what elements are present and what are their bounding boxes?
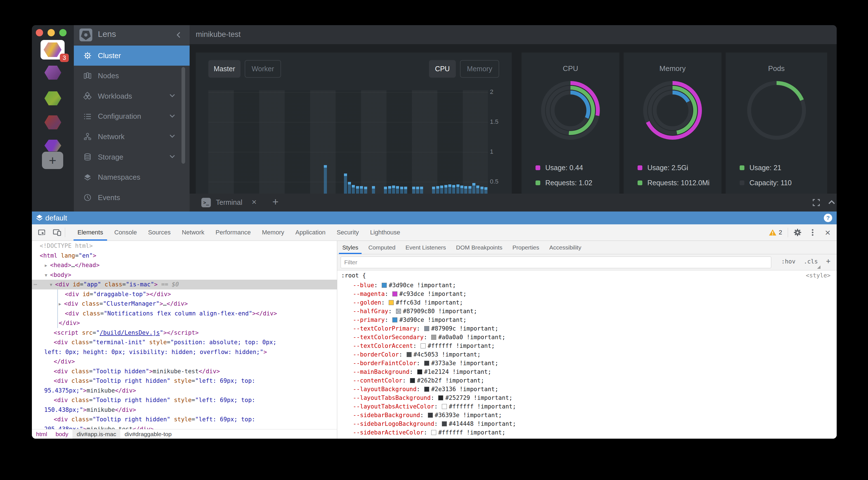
- tab-console[interactable]: Console: [109, 225, 143, 241]
- settings-gear-icon[interactable]: [793, 228, 803, 238]
- sidebar-item-nodes[interactable]: Nodes: [74, 66, 190, 86]
- css-variable-row[interactable]: --blue: #3d90ce !important;: [353, 281, 456, 290]
- css-variable-row[interactable]: --sidebarLogoBackground: #414448 !import…: [353, 420, 516, 428]
- device-toolbar-icon[interactable]: [52, 228, 62, 238]
- dom-tree-line[interactable]: <div class="Notifications flex column al…: [32, 309, 337, 318]
- css-variable-row[interactable]: --mainBackground: #1e2124 !important;: [353, 368, 491, 376]
- dom-tree-line[interactable]: <div class="Tooltip right hidden" style=…: [32, 376, 337, 386]
- chevron-down-icon[interactable]: [169, 134, 176, 138]
- css-variable-row[interactable]: --borderColor: #4c5053 !important;: [353, 350, 481, 359]
- css-variable-row[interactable]: --textColorAccent: #ffffff !important;: [353, 342, 495, 350]
- dom-tree-line[interactable]: <html lang="en">: [32, 251, 337, 261]
- dom-tree-line[interactable]: <div class="Tooltip hidden">minikube-tes…: [32, 367, 337, 376]
- help-button[interactable]: ?: [824, 214, 832, 222]
- node-tab-worker[interactable]: Worker: [245, 60, 281, 78]
- chevron-down-icon[interactable]: [169, 114, 176, 118]
- styles-tab-properties[interactable]: Properties: [507, 241, 545, 254]
- cluster-icon-2[interactable]: [44, 66, 61, 80]
- dom-tree-line[interactable]: <div class="terminal-init" style="positi…: [32, 338, 337, 347]
- dom-tree-line[interactable]: <!DOCTYPE html>: [32, 241, 337, 251]
- context-name[interactable]: default: [45, 214, 67, 222]
- chevron-down-icon[interactable]: [169, 154, 176, 159]
- sidebar-scrollbar[interactable]: [182, 67, 185, 164]
- dom-tree-line[interactable]: left: 0px; height: 0px; visibility: hidd…: [32, 347, 337, 357]
- warning-icon[interactable]: [769, 229, 777, 236]
- cluster-icon-3[interactable]: [44, 91, 61, 105]
- window-minimize-button[interactable]: [48, 29, 55, 36]
- tab-memory[interactable]: Memory: [256, 225, 290, 241]
- metric-tab-memory[interactable]: Memory: [460, 60, 499, 78]
- tab-application[interactable]: Application: [290, 225, 331, 241]
- color-swatch[interactable]: [410, 378, 415, 383]
- css-variable-row[interactable]: --halfGray: #87909c80 !important;: [353, 307, 477, 316]
- window-zoom-button[interactable]: [59, 29, 67, 36]
- metric-tab-cpu[interactable]: CPU: [429, 60, 456, 78]
- sidebar-item-cluster[interactable]: Cluster: [74, 45, 190, 66]
- cluster-icon-4[interactable]: [44, 115, 61, 129]
- color-swatch[interactable]: [392, 292, 397, 297]
- devtools-close-icon[interactable]: ×: [823, 228, 833, 238]
- color-swatch[interactable]: [431, 335, 436, 340]
- pseudo-state-toggle[interactable]: :hov: [781, 258, 796, 265]
- css-variable-row[interactable]: --magenta: #c93dce !important;: [353, 290, 466, 298]
- window-close-button[interactable]: [36, 29, 43, 36]
- dom-tree-line[interactable]: <div id="draggable-top"></div>: [32, 289, 337, 299]
- sidebar-item-network[interactable]: Network: [74, 127, 190, 147]
- cluster-icon-5[interactable]: [44, 140, 61, 151]
- chevron-down-icon[interactable]: [169, 93, 176, 98]
- css-selector[interactable]: :root {: [341, 272, 366, 279]
- sidebar-item-configuration[interactable]: Configuration: [74, 106, 190, 127]
- tab-security[interactable]: Security: [331, 225, 364, 241]
- color-swatch[interactable]: [424, 326, 429, 331]
- css-variable-row[interactable]: --golden: #ffc63d !important;: [353, 298, 463, 307]
- style-source-link[interactable]: <style>: [806, 272, 831, 279]
- css-variable-row[interactable]: --sidebarBackground: #36393e !important;: [353, 411, 502, 420]
- color-swatch[interactable]: [389, 300, 394, 305]
- color-swatch[interactable]: [421, 343, 426, 348]
- terminal-add-icon[interactable]: +: [272, 196, 279, 208]
- styles-tab-computed[interactable]: Computed: [363, 241, 400, 254]
- styles-tab-event-listeners[interactable]: Event Listeners: [400, 241, 451, 254]
- color-swatch[interactable]: [392, 317, 397, 322]
- css-variable-row[interactable]: --layoutTabsActiveColor: #ffffff !import…: [353, 402, 516, 411]
- node-menu-dots[interactable]: ⋯: [34, 280, 38, 289]
- css-variable-row[interactable]: --contentColor: #262b2f !important;: [353, 376, 484, 385]
- expand-arrow-icon[interactable]: ▶: [45, 261, 47, 270]
- sidebar-item-events[interactable]: Events: [74, 187, 190, 208]
- element-classes-toggle[interactable]: .cls: [804, 258, 818, 265]
- dom-tree-line[interactable]: ▼<body>: [32, 270, 337, 280]
- dom-tree-line[interactable]: <div class="Tooltip right hidden" style=…: [32, 395, 337, 405]
- node-tab-master[interactable]: Master: [208, 60, 241, 78]
- dom-tree-line[interactable]: ▶<div class="ClusterManager">…</div>: [32, 299, 337, 309]
- color-swatch[interactable]: [431, 430, 436, 435]
- styles-tab-accessibility[interactable]: Accessibility: [544, 241, 586, 254]
- color-swatch[interactable]: [424, 361, 429, 366]
- css-variable-row[interactable]: --primary: #3d90ce !important;: [353, 316, 466, 324]
- breadcrumb-item[interactable]: body: [52, 430, 73, 439]
- breadcrumb-item[interactable]: div#draggable-top: [120, 430, 176, 439]
- dom-tree-line[interactable]: </div>: [32, 357, 337, 367]
- expand-arrow-icon[interactable]: ▶: [59, 299, 61, 309]
- tab-performance[interactable]: Performance: [210, 225, 256, 241]
- dom-tree-line[interactable]: 205.438px;">minikube-test</div>: [32, 424, 337, 430]
- terminal-fullscreen-icon[interactable]: [812, 198, 820, 207]
- warning-count[interactable]: 2: [779, 229, 782, 236]
- breadcrumb-item[interactable]: div#app.is-mac: [72, 430, 120, 439]
- breadcrumb-item[interactable]: html: [32, 430, 52, 439]
- dom-tree-line[interactable]: 95.4375px;">minikube</div>: [32, 386, 337, 396]
- tab-elements[interactable]: Elements: [72, 225, 109, 241]
- expand-arrow-icon[interactable]: ▼: [45, 270, 47, 280]
- color-swatch[interactable]: [407, 352, 412, 357]
- expand-arrow-icon[interactable]: ▼: [50, 280, 52, 290]
- color-swatch[interactable]: [382, 283, 387, 288]
- terminal-collapse-icon[interactable]: [828, 199, 836, 205]
- terminal-tab[interactable]: Terminal: [216, 198, 242, 206]
- css-variable-row[interactable]: --textColorPrimary: #87909c !important;: [353, 324, 498, 333]
- sidebar-collapse-icon[interactable]: [176, 31, 182, 39]
- tab-lighthouse[interactable]: Lighthouse: [364, 225, 406, 241]
- color-swatch[interactable]: [442, 421, 447, 426]
- sidebar-item-workloads[interactable]: Workloads: [74, 86, 190, 106]
- dom-tree-line[interactable]: </div>: [32, 318, 337, 328]
- css-variable-row[interactable]: --textColorSecondary: #a0a0a0 !important…: [353, 333, 505, 342]
- inspect-element-icon[interactable]: [37, 228, 47, 238]
